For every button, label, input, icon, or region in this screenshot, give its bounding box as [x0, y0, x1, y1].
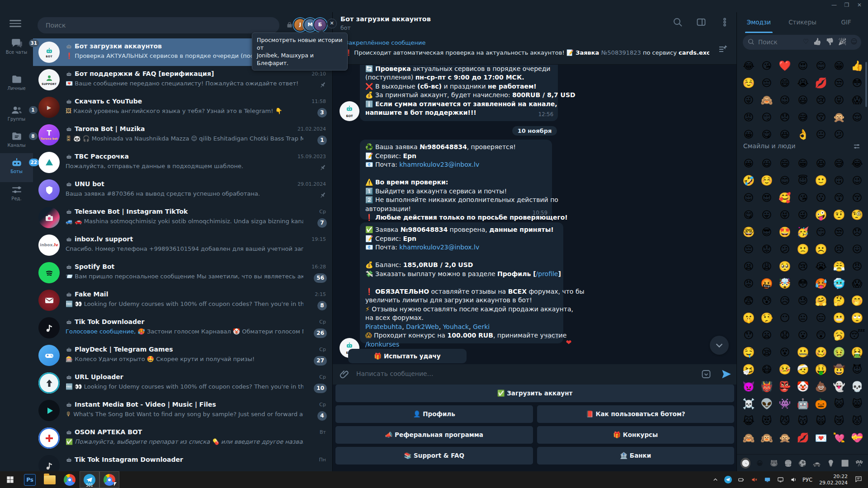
- emoji[interactable]: 😙: [830, 189, 848, 206]
- emoji[interactable]: 😅: [794, 109, 812, 126]
- story-avatar[interactable]: Б: [313, 18, 327, 32]
- more-menu-icon[interactable]: [719, 17, 732, 29]
- emoji[interactable]: 🤓: [740, 224, 758, 241]
- emoji[interactable]: 😬: [830, 310, 848, 327]
- emoji[interactable]: 🙊: [830, 109, 848, 126]
- emoji[interactable]: 😉: [848, 172, 866, 189]
- emoji[interactable]: 😨: [740, 292, 758, 310]
- emoji[interactable]: 😒: [830, 75, 848, 92]
- emoji[interactable]: 🙈: [758, 92, 776, 109]
- emoji[interactable]: 😽: [794, 413, 812, 430]
- emoji[interactable]: 😳: [848, 75, 866, 92]
- emoji[interactable]: 😛: [758, 206, 776, 224]
- language-indicator[interactable]: РУС: [802, 477, 812, 483]
- emoji[interactable]: 🥵: [812, 275, 830, 292]
- emoji[interactable]: 😉: [776, 92, 794, 109]
- emoji[interactable]: 👻: [830, 378, 848, 395]
- emoji[interactable]: 👌: [794, 126, 812, 143]
- pinned-message-bar[interactable]: Закреплённое сообщение ❗ Происходит авто…: [333, 35, 736, 65]
- start-button[interactable]: [0, 471, 20, 488]
- chat-list-item[interactable]: URL Uploader🆓 👀 Looking for Udemy course…: [33, 369, 332, 397]
- battery-icon[interactable]: [737, 476, 745, 484]
- emoji[interactable]: 😌: [740, 189, 758, 206]
- emoji[interactable]: 👍: [848, 57, 866, 75]
- taskbar-chrome[interactable]: [60, 471, 80, 488]
- emoji[interactable]: 😝: [776, 206, 794, 224]
- emoji[interactable]: 😎: [758, 224, 776, 241]
- sidebar-item-all-chats[interactable]: 31Все чаты: [0, 34, 33, 63]
- send-icon[interactable]: [721, 368, 733, 381]
- emoji[interactable]: 😕: [830, 126, 848, 143]
- emoji[interactable]: 🤤: [740, 344, 758, 361]
- emoji[interactable]: 😡: [740, 275, 758, 292]
- pinned-list-icon[interactable]: [717, 44, 728, 55]
- emoji[interactable]: 👹: [758, 378, 776, 395]
- chat-list-item[interactable]: Spotify Bot📨 Вам пришло персональное соо…: [33, 259, 332, 286]
- emoji[interactable]: 🥺: [776, 258, 794, 275]
- emoji[interactable]: 🤣: [740, 172, 758, 189]
- emoji[interactable]: 😄: [776, 155, 794, 172]
- emoji[interactable]: ☺️: [740, 75, 758, 92]
- attach-icon[interactable]: [339, 369, 351, 380]
- bot-keyboard-button[interactable]: 📕 Как пользоваться ботом?: [537, 405, 735, 423]
- audio-muted-icon[interactable]: [750, 476, 758, 484]
- emoji-category-icon[interactable]: 🎌: [854, 458, 864, 469]
- emoji[interactable]: 🤔: [830, 292, 848, 310]
- emoji[interactable]: 😶: [776, 310, 794, 327]
- chat-list-item[interactable]: Tik Tok DownloaderГолосовое сообщение, 🥵…: [33, 314, 332, 342]
- minimize-button[interactable]: —: [828, 2, 840, 8]
- emoji[interactable]: 💋: [812, 75, 830, 92]
- toggle-sidebar-icon[interactable]: [696, 17, 708, 29]
- emoji[interactable]: 😫: [740, 258, 758, 275]
- scroll-to-bottom-button[interactable]: [710, 336, 729, 355]
- emoji[interactable]: 🥴: [812, 344, 830, 361]
- emoji[interactable]: 😕: [776, 241, 794, 258]
- sidebar-item-personal[interactable]: Личные: [0, 70, 33, 99]
- emoji[interactable]: 🙂: [812, 172, 830, 189]
- bot-avatar[interactable]: БОТ: [340, 101, 359, 121]
- clock[interactable]: 20:22 29.02.2024: [817, 474, 849, 486]
- emoji[interactable]: 🤢: [830, 344, 848, 361]
- emoji[interactable]: 😊: [776, 172, 794, 189]
- emoji[interactable]: 💋: [794, 430, 812, 442]
- emoji[interactable]: 🥳: [794, 224, 812, 241]
- emoji-category-icon[interactable]: ⚽: [797, 458, 807, 469]
- emoji-category-icon[interactable]: 🔣: [840, 458, 850, 469]
- emoji[interactable]: 😓: [794, 292, 812, 310]
- emoji[interactable]: 🤧: [740, 361, 758, 378]
- sidebar-item-bots[interactable]: 22Боты: [0, 153, 33, 182]
- emoji[interactable]: 😺: [830, 395, 848, 413]
- emoji[interactable]: 🤩: [776, 224, 794, 241]
- emoji[interactable]: 🙃: [830, 172, 848, 189]
- search-input[interactable]: Поиск: [38, 17, 279, 33]
- emoji[interactable]: 🤑: [812, 361, 830, 378]
- emoji[interactable]: 🤯: [776, 275, 794, 292]
- emoji[interactable]: 🙉: [758, 430, 776, 442]
- emoji-settings-icon[interactable]: [853, 142, 862, 151]
- chat-list-item[interactable]: Tik Tok Instagram DownloaderПн: [33, 452, 332, 471]
- emoji[interactable]: 🤒: [776, 361, 794, 378]
- emoji[interactable]: 😃: [758, 155, 776, 172]
- emoji[interactable]: 😆: [812, 155, 830, 172]
- emoji[interactable]: 😐: [812, 126, 830, 143]
- emoji[interactable]: 😟: [758, 241, 776, 258]
- taskbar-telegram[interactable]: 501: [80, 471, 99, 488]
- emoji-scrollbar[interactable]: [865, 62, 867, 107]
- emoji[interactable]: 😑: [812, 310, 830, 327]
- emoji[interactable]: 😭: [794, 75, 812, 92]
- taskbar-photoshop[interactable]: Ps: [20, 471, 40, 488]
- taskbar-chrome-profile[interactable]: [99, 471, 119, 488]
- inline-try-luck-button[interactable]: 🎁 Испытать удачу: [348, 349, 467, 363]
- emoji[interactable]: 😦: [758, 327, 776, 344]
- emoji[interactable]: 😻: [758, 413, 776, 430]
- notification-center-icon[interactable]: [854, 475, 864, 485]
- emoji[interactable]: 😚: [848, 189, 866, 206]
- emoji[interactable]: 😏: [812, 224, 830, 241]
- emoji[interactable]: 😐: [794, 310, 812, 327]
- emoji[interactable]: 🎃: [812, 395, 830, 413]
- quick-reaction-icon[interactable]: ☺: [850, 38, 858, 46]
- quick-reaction-icon[interactable]: ♡: [803, 38, 809, 46]
- bot-keyboard-button[interactable]: 📚 Support & FAQ: [335, 447, 533, 465]
- tab-эмодзи[interactable]: Эмодзи: [737, 12, 781, 33]
- emoji[interactable]: 🥰: [776, 189, 794, 206]
